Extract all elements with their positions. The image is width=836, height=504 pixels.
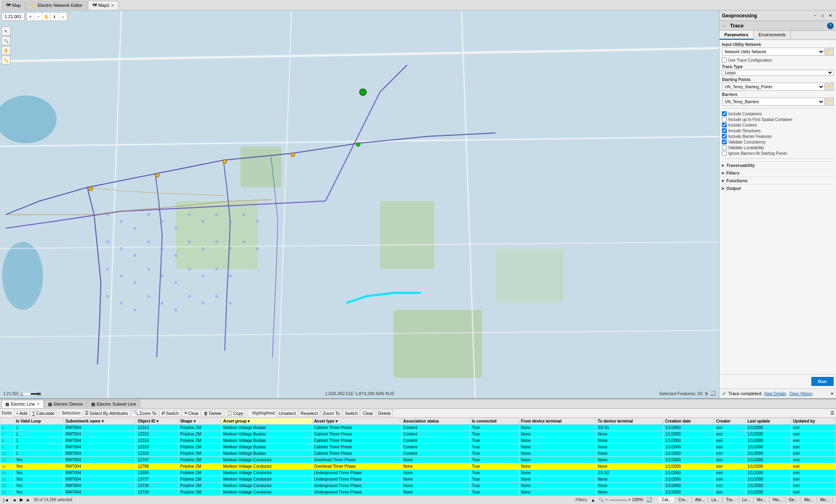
col-is-connected[interactable]: Is connected	[470, 418, 519, 425]
table-tab-line-close[interactable]: ✕	[37, 402, 40, 406]
nav-next-btn[interactable]: ►	[26, 498, 31, 502]
tool-measure[interactable]: 📏	[2, 56, 10, 65]
tab-mo[interactable]: Mo...	[754, 497, 769, 503]
zoom-to-btn[interactable]: 🔍 Zoom To	[131, 410, 159, 417]
select-by-attrs-btn[interactable]: ☰ Select By Attributes	[83, 410, 130, 417]
tab-lo[interactable]: Lo...	[739, 497, 753, 503]
tab-cre[interactable]: Cre...	[675, 497, 692, 503]
tab-mo3[interactable]: Mo...	[817, 497, 833, 503]
col-creation-date[interactable]: Creation date	[663, 418, 715, 425]
reselect-btn[interactable]: Reselect	[298, 410, 320, 417]
panel-close-btn[interactable]: ✕	[827, 13, 834, 18]
map-area[interactable]: 1:21,001 + − ✋ ℹ ⌂ ↖ 🔍 ✋ 📏 1:21,001 0	[0, 10, 719, 398]
tab-mo2[interactable]: Mo...	[801, 497, 817, 503]
tab-environments[interactable]: Environments	[754, 31, 791, 40]
table-row[interactable]: 81RMT00412316Polyline ZMMedium Voltage B…	[0, 437, 836, 444]
nav-play-btn[interactable]: ▶	[20, 497, 23, 502]
switch-btn[interactable]: ⇄ Switch	[159, 410, 181, 417]
pan-btn[interactable]: ✋	[43, 12, 51, 21]
refresh-icon[interactable]: 🔄	[646, 497, 652, 502]
checkbox-4[interactable]	[722, 134, 727, 139]
table-row[interactable]: 13YesRMT00413695Polyline ZMMedium Voltag…	[0, 470, 836, 476]
identify-btn[interactable]: ℹ	[51, 12, 59, 21]
clear-btn[interactable]: ✕ Clear	[182, 410, 201, 417]
checkbox-0[interactable]	[722, 111, 727, 116]
expandable-row-3[interactable]: ▶Output	[722, 184, 834, 192]
table-row[interactable]: 61RMT00412313Polyline ZMMedium Voltage B…	[0, 425, 836, 431]
panel-minimize-btn[interactable]: −	[813, 13, 818, 18]
table-row[interactable]: 14YesRMT00413737Polyline ZMMedium Voltag…	[0, 476, 836, 483]
col-object-id[interactable]: Object ID ▾	[136, 418, 178, 425]
toolbar-options-btn[interactable]: ☰	[830, 410, 834, 416]
zoom-control[interactable]: 🔍 − ———— + 100%	[598, 497, 643, 502]
table-row[interactable]: 71RMT00412315Polyline ZMMedium Voltage B…	[0, 431, 836, 437]
trace-type-select[interactable]: Loops	[722, 70, 834, 76]
tab-tra[interactable]: Tra...	[723, 497, 739, 503]
zoom-to2-btn[interactable]: Zoom To	[321, 410, 342, 417]
calculate-btn[interactable]: ∑ Calculate	[30, 410, 57, 417]
open-history-link[interactable]: Open History	[789, 392, 813, 396]
table-tab-electric-line[interactable]: ▦ Electric Line ✕	[2, 400, 44, 408]
tab-map[interactable]: 🗺 Map	[2, 1, 25, 10]
starting-points-select[interactable]: UN_Temp_Starting_Points	[722, 83, 825, 91]
barriers-folder-btn[interactable]: 📁	[826, 98, 834, 106]
checkbox-7[interactable]	[722, 151, 727, 156]
tab-cat[interactable]: Cat...	[659, 497, 675, 503]
expandable-row-1[interactable]: ▶Filters	[722, 169, 834, 177]
nav-prev-btn[interactable]: ◄	[12, 498, 17, 502]
trace-close-btn[interactable]: ✕	[830, 392, 834, 396]
col-subnetwork[interactable]: Subnetwork name ▾	[64, 418, 136, 425]
checkbox-3[interactable]	[722, 128, 727, 133]
table-tab-electric-subnet[interactable]: ▦ Electric Subnet Line	[88, 400, 140, 408]
table-tab-electric-device[interactable]: ▦ Electric Device	[44, 400, 87, 408]
table-row[interactable]: 12YesRMT00412788Polyline ZMMedium Voltag…	[0, 463, 836, 470]
col-assoc-status[interactable]: Association status	[401, 418, 470, 425]
tab-la[interactable]: La...	[708, 497, 723, 503]
copy-btn[interactable]: 📋 Copy	[225, 410, 246, 417]
zoom-in-btn[interactable]: +	[27, 12, 35, 21]
zoom-out-btn[interactable]: −	[35, 12, 43, 21]
table-row[interactable]: 101RMT00412320Polyline ZMMedium Voltage …	[0, 450, 836, 457]
expandable-row-2[interactable]: ▶Functions	[722, 177, 834, 184]
starting-points-folder-btn[interactable]: 📁	[826, 83, 834, 91]
tool-pan[interactable]: ✋	[2, 46, 10, 55]
table-row[interactable]: 91RMT00412319Polyline ZMMedium Voltage B…	[0, 444, 836, 450]
view-details-link[interactable]: View Details	[764, 392, 786, 396]
switch2-btn[interactable]: Switch	[343, 410, 360, 417]
table-row[interactable]: 16YesRMT00413739Polyline ZMMedium Voltag…	[0, 489, 836, 496]
col-to-terminal[interactable]: To device terminal	[596, 418, 663, 425]
col-is-valid-loop[interactable]: Is Valid Loop	[14, 418, 64, 425]
tab-map1[interactable]: 🗺 Map1 ✕	[88, 1, 119, 10]
delete2-btn[interactable]: Delete	[376, 410, 393, 417]
expandable-row-0[interactable]: ▶Traversability	[722, 161, 834, 169]
checkbox-6[interactable]	[722, 145, 727, 150]
col-shape[interactable]: Shape ▾	[178, 418, 221, 425]
input-network-folder-btn[interactable]: 📁	[826, 48, 834, 56]
checkbox-1[interactable]	[722, 117, 727, 122]
help-icon[interactable]: ?	[827, 23, 834, 29]
home-btn[interactable]: ⌂	[59, 12, 67, 21]
nav-start-btn[interactable]: |◄	[3, 498, 9, 502]
tab-map1-close[interactable]: ✕	[111, 3, 114, 8]
table-row[interactable]: 15YesRMT00413738Polyline ZMMedium Voltag…	[0, 483, 836, 489]
add-btn[interactable]: + Add	[14, 410, 29, 417]
col-from-terminal[interactable]: From device terminal	[519, 418, 596, 425]
use-trace-config-checkbox[interactable]	[722, 58, 727, 62]
col-last-update[interactable]: Last update	[746, 418, 791, 425]
panel-expand-btn[interactable]: □	[820, 13, 826, 18]
tab-ge[interactable]: Ge...	[786, 497, 801, 503]
col-asset-type[interactable]: Asset type ▾	[312, 418, 401, 425]
checkbox-2[interactable]	[722, 123, 727, 127]
col-asset-group[interactable]: Asset group ▾	[221, 418, 312, 425]
delete-btn[interactable]: 🗑 Delete	[202, 410, 224, 417]
run-button[interactable]: Run	[811, 377, 834, 386]
tab-parameters[interactable]: Parameters	[719, 31, 754, 40]
col-creator[interactable]: Creator	[714, 418, 745, 425]
clear2-btn[interactable]: Clear	[361, 410, 375, 417]
tab-editor[interactable]: ⚡ Electric Network Editor	[26, 1, 87, 10]
col-updated-by[interactable]: Updated by	[791, 418, 836, 425]
tab-his[interactable]: His...	[769, 497, 786, 503]
back-button[interactable]: ←	[722, 23, 727, 29]
barriers-select[interactable]: UN_Temp_Barriers	[722, 98, 825, 106]
tool-select[interactable]: ↖	[2, 27, 10, 35]
